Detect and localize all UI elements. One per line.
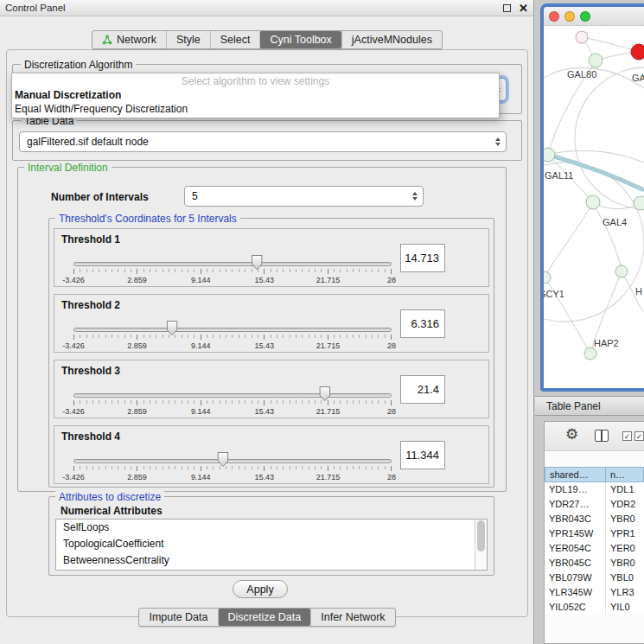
tab-discretize-data[interactable]: Discretize Data bbox=[218, 609, 311, 626]
network-window-titlebar[interactable] bbox=[544, 7, 644, 26]
table-row[interactable]: YPR145WYPR1 bbox=[545, 526, 644, 541]
tab-network[interactable]: Network bbox=[92, 31, 166, 48]
network-background-arcs bbox=[544, 67, 644, 322]
threshold-4-value-field[interactable]: 11.344 bbox=[400, 441, 445, 469]
table-row[interactable]: YBL079WYBL0 bbox=[545, 571, 644, 585]
threshold-panel-4: Threshold 4 -3.4262.8599.14415.4321.7152… bbox=[54, 425, 489, 484]
close-icon[interactable]: ✕ bbox=[519, 3, 528, 14]
number-of-intervals-label: Number of Intervals bbox=[48, 191, 152, 203]
combo-arrows-icon bbox=[412, 192, 418, 201]
table-data-selected-value: galFiltered.sif default node bbox=[27, 136, 149, 148]
tab-style-label: Style bbox=[176, 34, 201, 46]
slider-thumb[interactable] bbox=[217, 452, 228, 467]
control-panel-window: Control Panel ✕ Network Style Select bbox=[0, 0, 534, 644]
tab-style[interactable]: Style bbox=[166, 31, 210, 48]
table-body: YDL19…YDL1YDR27…YDR2YBR043CYBR0YPR145WYP… bbox=[545, 482, 644, 615]
tab-jactivemnodules[interactable]: jActiveMNodules bbox=[341, 31, 442, 48]
table-toolbar: ⚙ ✓ ✓ bbox=[545, 422, 644, 451]
attribute-list-item[interactable]: TopologicalCoefficient bbox=[56, 536, 487, 552]
slider-thumb[interactable] bbox=[319, 386, 330, 401]
checkbox-icon[interactable]: ✓ bbox=[634, 431, 644, 441]
node[interactable] bbox=[584, 348, 596, 360]
table-row[interactable]: YER054CYER0 bbox=[545, 541, 644, 556]
slider-scale-label: 28 bbox=[387, 276, 396, 284]
threshold-3-value-field[interactable]: 21.4 bbox=[400, 375, 445, 404]
cell-shared-name: YBR043C bbox=[545, 512, 606, 526]
node-selected-red[interactable] bbox=[631, 44, 644, 60]
slider-track[interactable] bbox=[73, 262, 392, 266]
number-of-intervals-value: 5 bbox=[192, 190, 198, 202]
node[interactable] bbox=[615, 265, 628, 277]
node[interactable] bbox=[576, 31, 588, 43]
number-of-intervals-combobox[interactable]: 5 bbox=[184, 186, 424, 207]
node-label: GAL11 bbox=[545, 170, 573, 181]
node[interactable] bbox=[586, 195, 600, 209]
attribute-list-item[interactable]: BetweennessCentrality bbox=[56, 552, 487, 569]
slider-scale-label: 2.859 bbox=[127, 473, 147, 481]
slider-scale-label: 9.144 bbox=[191, 473, 211, 481]
control-panel-titlebar[interactable]: Control Panel ✕ bbox=[0, 0, 533, 16]
dropdown-option-equal-width[interactable]: Equal Width/Frequency Discretization bbox=[12, 102, 499, 116]
slider-scale-labels: -3.4262.8599.14415.4321.71528 bbox=[73, 407, 392, 416]
close-traffic-light-icon[interactable] bbox=[549, 11, 559, 22]
column-header-name[interactable]: n… bbox=[606, 467, 644, 482]
table-row[interactable]: YIL052CYIL0 bbox=[545, 600, 644, 615]
slider-thumb[interactable] bbox=[252, 255, 263, 270]
discretization-algorithm-group-title: Discretization Algorithm bbox=[21, 59, 136, 71]
checkbox-icon[interactable]: ✓ bbox=[622, 431, 632, 441]
table-row[interactable]: YDL19…YDL1 bbox=[545, 482, 644, 497]
node[interactable] bbox=[634, 196, 644, 210]
cell-shared-name: YLR345W bbox=[545, 585, 606, 600]
tab-infer-network[interactable]: Infer Network bbox=[310, 609, 394, 626]
attributes-group-title: Attributes to discretize bbox=[55, 491, 164, 503]
table-row[interactable]: YLR345WYLR3 bbox=[545, 585, 644, 600]
bottom-tab-group: Impute Data Discretize Data Infer Networ… bbox=[138, 608, 395, 627]
cell-name: YDL1 bbox=[606, 482, 644, 497]
zoom-traffic-light-icon[interactable] bbox=[580, 11, 590, 22]
slider-track[interactable] bbox=[73, 459, 392, 463]
top-tab-group: Network Style Select Cyni Toolbox jActiv… bbox=[92, 30, 443, 49]
table-row[interactable]: YBR043CYBR0 bbox=[545, 512, 644, 526]
table-row[interactable]: YDR27…YDR2 bbox=[545, 497, 644, 512]
threshold-2-value-field[interactable]: 6.316 bbox=[400, 309, 445, 338]
node[interactable] bbox=[544, 271, 551, 284]
slider-scale-label: 9.144 bbox=[191, 341, 211, 350]
dropdown-placeholder-option[interactable]: Select algorithm to view settings bbox=[12, 75, 499, 88]
slider-scale-labels: -3.4262.8599.14415.4321.71528 bbox=[73, 341, 392, 350]
cell-shared-name: YBR045C bbox=[545, 556, 606, 571]
list-scrollbar[interactable] bbox=[475, 520, 487, 570]
attribute-list-item[interactable]: SelfLoops bbox=[56, 520, 487, 536]
node[interactable] bbox=[589, 54, 603, 67]
network-view-window: GAL80 GA GAL11 GAL4 GCY1 H HAP2 bbox=[540, 3, 644, 392]
slider-track[interactable] bbox=[73, 393, 392, 398]
minimize-traffic-light-icon[interactable] bbox=[564, 11, 575, 22]
slider-scale-label: 2.859 bbox=[127, 276, 147, 284]
slider-scale-label: 9.144 bbox=[191, 407, 211, 416]
slider-scale-labels: -3.4262.8599.14415.4321.71528 bbox=[73, 276, 392, 284]
slider-scale-label: 28 bbox=[387, 341, 396, 350]
columns-icon[interactable] bbox=[595, 430, 609, 442]
threshold-panel-2: Threshold 2 -3.4262.8599.14415.4321.7152… bbox=[54, 294, 489, 353]
numerical-attributes-list[interactable]: SelfLoopsTopologicalCoefficientBetweenne… bbox=[55, 519, 488, 571]
threshold-1-value-field[interactable]: 14.713 bbox=[400, 244, 445, 272]
scrollbar-thumb[interactable] bbox=[477, 520, 485, 552]
table-data-combobox[interactable]: galFiltered.sif default node bbox=[19, 131, 507, 152]
slider-track[interactable] bbox=[73, 328, 392, 332]
cell-shared-name: YIL052C bbox=[545, 600, 606, 615]
table-row[interactable]: YBR045CYBR0 bbox=[545, 556, 644, 571]
dropdown-option-manual-discretization[interactable]: Manual Discretization bbox=[12, 88, 499, 102]
node[interactable] bbox=[544, 148, 555, 162]
minimize-icon[interactable] bbox=[503, 4, 511, 12]
tab-cyni-toolbox[interactable]: Cyni Toolbox bbox=[259, 31, 341, 48]
column-header-shared-name[interactable]: shared… bbox=[545, 467, 606, 482]
tab-impute-data[interactable]: Impute Data bbox=[139, 609, 217, 626]
tab-cyni-toolbox-label: Cyni Toolbox bbox=[270, 34, 331, 46]
apply-button[interactable]: Apply bbox=[233, 580, 288, 598]
network-canvas[interactable]: GAL80 GA GAL11 GAL4 GCY1 H HAP2 bbox=[544, 26, 644, 389]
slider-scale-label: 21.715 bbox=[316, 473, 341, 481]
tab-select[interactable]: Select bbox=[210, 31, 260, 48]
window-title: Control Panel bbox=[5, 3, 66, 13]
gear-icon[interactable]: ⚙ bbox=[565, 427, 578, 442]
slider-thumb[interactable] bbox=[167, 321, 178, 335]
table-panel-header[interactable]: Table Panel bbox=[535, 396, 644, 416]
